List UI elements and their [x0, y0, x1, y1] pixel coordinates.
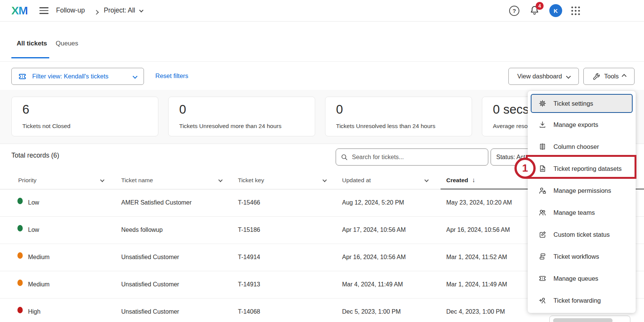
scrollbar-thumb[interactable]: [553, 318, 613, 322]
menu-item-manage-teams[interactable]: Manage teams: [528, 202, 636, 224]
priority-dot: [17, 198, 23, 204]
workflow-icon: [538, 252, 547, 261]
updated-at-cell: Aug 12, 2024, 5:20 PM: [342, 199, 404, 206]
help-button[interactable]: ?: [509, 6, 519, 16]
tab-all-tickets[interactable]: All tickets: [17, 40, 47, 47]
menu-item-manage-permissions[interactable]: Manage permissions: [528, 180, 636, 202]
priority-dot: [17, 225, 23, 231]
filter-view-dropdown[interactable]: Filter view: Kendall's tickets: [11, 68, 144, 85]
xm-logo: XM: [11, 4, 28, 17]
active-tab-underline: [11, 57, 49, 58]
stat-value: 0: [336, 102, 461, 117]
column-header-ticket-name[interactable]: Ticket name: [121, 177, 153, 184]
gear-icon: [538, 99, 547, 108]
chevron-down-icon: [566, 74, 571, 79]
horizontal-scrollbar[interactable]: [549, 316, 630, 322]
ticket-key-cell: T-14914: [238, 254, 260, 261]
chevron-up-icon: [622, 74, 627, 79]
breadcrumb-project-dropdown[interactable]: Project: All: [104, 6, 143, 14]
stat-label: Tickets Unresolved less than 24 hours: [336, 123, 461, 130]
updated-at-cell: Mar 4, 2024, 11:49 AM: [342, 281, 403, 288]
column-header-priority[interactable]: Priority: [18, 177, 36, 184]
column-menu-chevron-icon[interactable]: [218, 178, 222, 182]
chevron-down-icon: [133, 74, 138, 79]
breadcrumb-chevron-right-icon: [95, 9, 98, 16]
updated-at-cell: Dec 5, 2023, 1:00 PM: [342, 308, 401, 315]
menu-item-ticket-workflows[interactable]: Ticket workflows: [528, 245, 636, 267]
download-icon: [538, 120, 547, 129]
column-header-updated-at[interactable]: Updated at: [342, 177, 371, 184]
wrench-icon: [592, 72, 600, 81]
stat-value: 0: [179, 102, 304, 117]
tab-bar: All tickets Queues: [0, 22, 644, 62]
breadcrumb-section[interactable]: Follow-up: [56, 6, 85, 14]
columns-icon: [538, 142, 547, 151]
ticket-name-cell: Needs followup: [121, 227, 163, 233]
priority-dot: [17, 307, 23, 313]
menu-item-manage-queues[interactable]: Manage queues: [528, 267, 636, 289]
created-cell: Mar 1, 2024, 11:52 AM: [446, 254, 507, 261]
tab-queues[interactable]: Queues: [56, 40, 78, 47]
search-input[interactable]: [352, 154, 477, 161]
ticket-key-cell: T-14068: [238, 308, 260, 315]
priority-dot: [17, 280, 23, 286]
priority-cell: Low: [28, 199, 39, 206]
stat-card-not-closed: 6 Tickets not Closed: [11, 97, 158, 136]
reset-filters-link[interactable]: Reset filters: [155, 72, 188, 80]
priority-cell: Medium: [28, 254, 50, 261]
priority-dot: [17, 252, 23, 259]
chevron-down-icon: [139, 8, 143, 12]
ticket-icon: [538, 274, 547, 283]
column-menu-chevron-icon[interactable]: [322, 178, 327, 182]
priority-cell: Medium: [28, 281, 50, 288]
tools-button[interactable]: Tools: [583, 68, 635, 85]
ticket-key-cell: T-14913: [238, 281, 260, 288]
column-menu-chevron-icon[interactable]: [424, 178, 428, 182]
ticket-name-cell: Unsatisfied Customer: [121, 254, 179, 261]
total-records-label: Total records (6): [11, 152, 59, 159]
edit-icon: [538, 230, 547, 239]
ticket-name-cell: Unsatisfied Customer: [121, 281, 179, 288]
column-menu-chevron-icon[interactable]: [100, 178, 104, 182]
updated-at-cell: Apr 17, 2024, 10:56 AM: [342, 227, 406, 233]
app-grid-icon[interactable]: [571, 6, 581, 17]
top-bar: XM Follow-up Project: All ? 4 K: [0, 0, 644, 22]
stat-label: Tickets not Closed: [22, 123, 147, 130]
ticket-key-cell: T-15466: [238, 199, 260, 206]
priority-cell: High: [28, 308, 41, 315]
menu-item-custom-ticket-status[interactable]: Custom ticket status: [528, 224, 636, 245]
column-header-ticket-key[interactable]: Ticket key: [238, 177, 264, 184]
person-lock-icon: [538, 186, 547, 195]
menu-item-ticket-settings[interactable]: Ticket settings: [531, 94, 633, 113]
created-cell: May 23, 2024, 10:20 AM: [446, 199, 512, 206]
qualtrics-tickets-page: XM Follow-up Project: All ? 4 K All tick…: [0, 0, 644, 322]
priority-cell: Low: [28, 227, 39, 233]
menu-item-ticket-forwarding[interactable]: Ticket forwarding: [528, 289, 636, 311]
menu-item-column-chooser[interactable]: Column chooser: [528, 136, 636, 158]
menu-item-manage-exports[interactable]: Manage exports: [528, 114, 636, 136]
stat-card-unresolved-less-24h: 0 Tickets Unresolved less than 24 hours: [325, 97, 472, 136]
sort-descending-icon: ↓: [472, 177, 475, 184]
stat-card-unresolved-more-24h: 0 Tickets Unresolved more than 24 hours: [168, 97, 315, 136]
people-icon: [538, 208, 547, 217]
avatar[interactable]: K: [549, 4, 562, 17]
tools-menu: Ticket settings Manage exports Column ch…: [528, 91, 636, 313]
filter-view-label: Filter view: Kendall's tickets: [32, 73, 108, 80]
column-header-created[interactable]: Created: [446, 177, 468, 184]
stat-label: Tickets Unresolved more than 24 hours: [179, 123, 304, 130]
menu-item-ticket-reporting-datasets[interactable]: Ticket reporting datasets: [528, 158, 636, 180]
hamburger-menu-icon[interactable]: [39, 7, 48, 14]
ticket-name-cell: AMER Satisfied Customer: [121, 199, 192, 206]
view-dashboard-button[interactable]: View dashboard: [508, 68, 579, 85]
report-document-icon: [538, 164, 547, 173]
filter-toolbar: Filter view: Kendall's tickets Reset fil…: [0, 62, 644, 90]
person-arrow-icon: [538, 296, 547, 305]
search-icon: [341, 153, 348, 161]
ticket-key-cell: T-15186: [238, 227, 260, 233]
created-cell: Dec 4, 2023, 1:00 PM: [446, 308, 505, 315]
search-box[interactable]: [336, 148, 488, 166]
updated-at-cell: Apr 16, 2024, 10:56 AM: [342, 254, 406, 261]
ticket-icon: [18, 72, 27, 81]
created-cell: Mar 1, 2024, 11:49 AM: [446, 281, 507, 288]
created-cell: Apr 16, 2024, 10:56 AM: [446, 227, 510, 233]
